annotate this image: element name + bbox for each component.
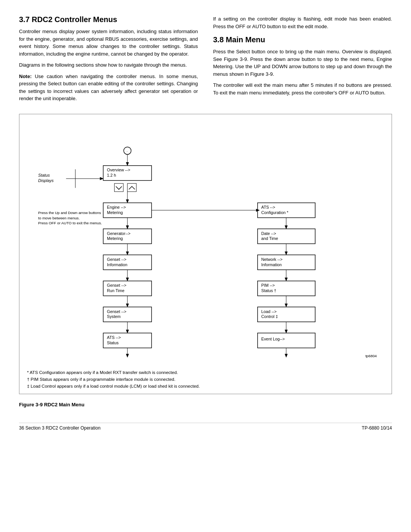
- section-38-para1: Press the Select button once to bring up…: [213, 48, 392, 78]
- svg-text:Network  -->: Network -->: [261, 257, 283, 261]
- svg-text:Engine   -->: Engine -->: [107, 205, 126, 209]
- svg-text:Press OFF or AUTO to exit the : Press OFF or AUTO to exit the menus.: [38, 221, 102, 225]
- svg-marker-44: [126, 354, 129, 358]
- footnotes: * ATS Configuration appears only if a Mo…: [27, 369, 384, 390]
- svg-rect-11: [115, 183, 123, 191]
- svg-marker-75: [256, 209, 260, 212]
- diagram-container: Status Displays · Overview --> 1.2 h: [19, 114, 392, 394]
- svg-text:Run Time: Run Time: [107, 288, 124, 293]
- svg-text:Metering: Metering: [107, 236, 123, 241]
- svg-text:System: System: [107, 314, 121, 319]
- svg-text:Genset   -->: Genset -->: [107, 309, 126, 313]
- page-content: 3.7 RDC2 Controller Menus Controller men…: [19, 15, 392, 431]
- figure-caption: Figure 3-9 RDC2 Main Menu: [19, 402, 392, 407]
- note-text: Use caution when navigating the controll…: [19, 73, 198, 102]
- svg-text:Press the Up and Down arrow bu: Press the Up and Down arrow buttons: [38, 210, 101, 214]
- svg-text:Information: Information: [261, 262, 282, 267]
- svg-text:Status  †: Status †: [261, 288, 276, 293]
- svg-text:Configuration *: Configuration *: [261, 210, 289, 214]
- svg-text:ATS      -->: ATS -->: [261, 205, 275, 209]
- svg-marker-73: [285, 354, 288, 358]
- section-38-para2: The controller will exit the main menu a…: [213, 81, 392, 96]
- note-label: Note:: [19, 73, 32, 79]
- figure-caption-text: Figure 3-9 RDC2 Main Menu: [19, 402, 84, 407]
- svg-text:Information: Information: [107, 262, 127, 267]
- svg-text:to move between menus.: to move between menus.: [38, 216, 80, 220]
- section-38-col: If a setting on the controller display i…: [213, 15, 392, 106]
- two-column-section: 3.7 RDC2 Controller Menus Controller men…: [19, 15, 392, 106]
- svg-text:Date     -->: Date -->: [261, 231, 276, 235]
- diagram-svg: Status Displays · Overview --> 1.2 h: [27, 122, 384, 366]
- section-37: 3.7 RDC2 Controller Menus Controller men…: [19, 15, 198, 106]
- svg-text:PIM      -->: PIM -->: [261, 283, 275, 288]
- svg-text:Load     -->: Load -->: [261, 309, 277, 313]
- svg-text:Genset   -->: Genset -->: [107, 257, 126, 261]
- svg-text:ATS      -->: ATS -->: [107, 335, 121, 340]
- svg-text:Metering: Metering: [107, 210, 123, 214]
- status-displays-line2: Displays: [38, 178, 54, 182]
- section-37-para2: Diagrams in the following sections show …: [19, 61, 198, 69]
- section-37-note: Note: Use caution when navigating the co…: [19, 73, 198, 102]
- section-37-para1: Controller menus display power system in…: [19, 28, 198, 58]
- svg-text:Overview  -->: Overview -->: [107, 168, 130, 172]
- svg-text:Genset   -->: Genset -->: [107, 283, 126, 288]
- page-footer: 36 Section 3 RDC2 Controller Operation T…: [19, 423, 392, 431]
- svg-text:·: ·: [127, 149, 127, 153]
- svg-text:Event Log-->: Event Log-->: [261, 337, 285, 341]
- footer-right: TP-6880 10/14: [362, 425, 392, 431]
- svg-rect-12: [127, 183, 136, 191]
- svg-text:1.2 h: 1.2 h: [107, 173, 116, 177]
- footnote-1: * ATS Configuration appears only if a Mo…: [27, 369, 384, 376]
- section-38-title: 3.8 Main Menu: [213, 35, 392, 44]
- footer-left: 36 Section 3 RDC2 Controller Operation: [19, 425, 100, 431]
- section-37-title: 3.7 RDC2 Controller Menus: [19, 15, 198, 24]
- tp-label: tp6804: [365, 354, 377, 358]
- svg-text:Control ‡: Control ‡: [261, 314, 278, 319]
- col-right-para1: If a setting on the controller display i…: [213, 15, 392, 30]
- svg-text:and Time: and Time: [261, 236, 278, 241]
- status-displays-line1: Status: [38, 173, 50, 177]
- svg-text:Status: Status: [107, 340, 118, 345]
- footnote-3: ‡ Load Control appears only if a load co…: [27, 383, 384, 390]
- footnote-2: † PIM Status appears only if a programma…: [27, 376, 384, 383]
- svg-text:Generator-->: Generator-->: [107, 231, 131, 235]
